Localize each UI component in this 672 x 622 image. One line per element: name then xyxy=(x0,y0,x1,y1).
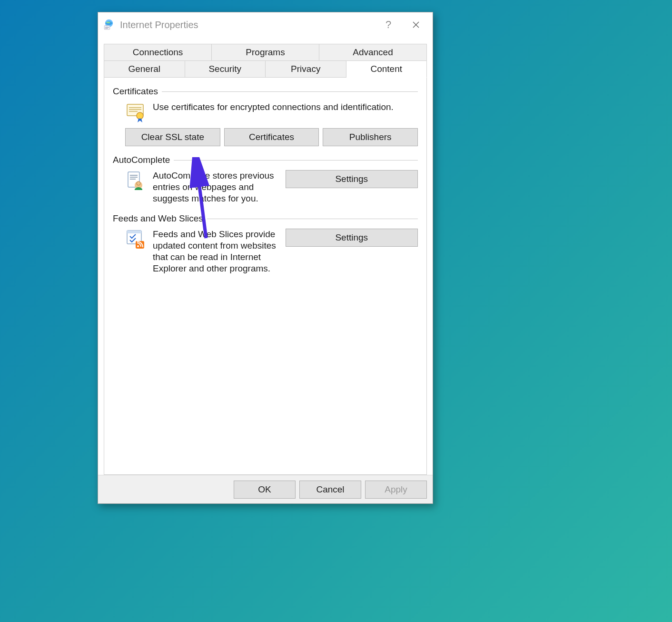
svg-rect-3 xyxy=(105,28,109,28)
ok-button[interactable]: OK xyxy=(234,481,296,499)
feeds-title: Feeds and Web Slices xyxy=(113,213,203,224)
feeds-settings-button[interactable]: Settings xyxy=(286,229,418,247)
certificates-group: Certificates Use certificates for encryp… xyxy=(113,86,418,148)
tab-privacy[interactable]: Privacy xyxy=(266,61,346,78)
divider xyxy=(207,219,418,219)
svg-rect-10 xyxy=(129,111,138,112)
certificates-title: Certificates xyxy=(113,86,158,97)
autocomplete-description: AutoComplete stores previous entries on … xyxy=(153,170,279,204)
dialog-footer: OK Cancel Apply xyxy=(98,475,433,503)
tab-general[interactable]: General xyxy=(104,61,185,78)
svg-rect-4 xyxy=(105,28,108,29)
svg-point-11 xyxy=(137,112,143,119)
internet-properties-dialog: Internet Properties ? Connections Progra… xyxy=(98,12,433,504)
window-title: Internet Properties xyxy=(120,20,375,30)
clear-ssl-state-button[interactable]: Clear SSL state xyxy=(125,128,220,146)
autocomplete-title: AutoComplete xyxy=(113,155,170,165)
svg-rect-19 xyxy=(127,231,141,233)
feeds-group: Feeds and Web Slices Feed xyxy=(113,213,418,277)
svg-point-21 xyxy=(137,245,139,247)
autocomplete-settings-button[interactable]: Settings xyxy=(286,170,418,188)
close-button[interactable] xyxy=(402,14,430,35)
help-button[interactable]: ? xyxy=(375,14,402,35)
tab-content[interactable]: Content xyxy=(346,61,427,78)
svg-point-17 xyxy=(137,181,140,185)
publishers-button[interactable]: Publishers xyxy=(323,128,418,146)
certificates-button[interactable]: Certificates xyxy=(224,128,319,146)
svg-rect-8 xyxy=(129,107,141,108)
apply-button[interactable]: Apply xyxy=(365,481,427,499)
cancel-button[interactable]: Cancel xyxy=(299,481,361,499)
divider xyxy=(174,160,418,161)
tab-connections[interactable]: Connections xyxy=(104,44,212,61)
divider xyxy=(162,91,418,92)
certificate-icon xyxy=(125,101,146,122)
autocomplete-group: AutoComplete AutoComplete stores previ xyxy=(113,155,418,207)
tab-advanced[interactable]: Advanced xyxy=(319,44,427,61)
feeds-icon xyxy=(125,229,146,250)
internet-options-icon xyxy=(103,19,115,31)
content-panel: Certificates Use certificates for encryp… xyxy=(104,78,427,475)
svg-rect-14 xyxy=(130,177,138,178)
svg-rect-2 xyxy=(105,27,109,27)
svg-rect-13 xyxy=(130,175,138,176)
svg-rect-9 xyxy=(129,109,141,110)
feeds-description: Feeds and Web Slices provide updated con… xyxy=(153,229,279,274)
tab-security[interactable]: Security xyxy=(185,61,266,78)
tab-programs[interactable]: Programs xyxy=(212,44,319,61)
tab-strip: Connections Programs Advanced General Se… xyxy=(98,37,433,78)
certificates-description: Use certificates for encrypted connectio… xyxy=(153,101,418,113)
autocomplete-icon xyxy=(125,170,146,191)
svg-rect-15 xyxy=(130,179,136,180)
titlebar: Internet Properties ? xyxy=(98,12,433,37)
